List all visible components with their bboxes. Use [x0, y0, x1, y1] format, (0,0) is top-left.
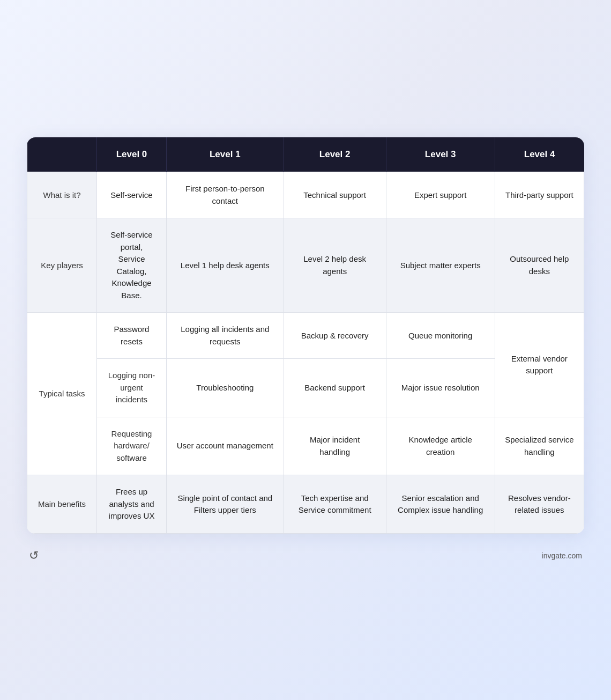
header-col-empty: [27, 137, 97, 172]
cell-benefits-level2: Tech expertise and Service commitment: [284, 475, 386, 534]
cell-typical2-level3: Major issue resolution: [386, 359, 495, 417]
cell-benefits-level3: Senior escalation and Complex issue hand…: [386, 475, 495, 534]
header-level1: Level 1: [167, 137, 284, 172]
header-level0: Level 0: [97, 137, 167, 172]
cell-typical1-level2: Backup & recovery: [284, 313, 386, 359]
cell-typical2-level0: Logging non-urgent incidents: [97, 359, 167, 417]
row-typical-1: Typical tasks Password resets Logging al…: [27, 313, 584, 359]
cell-typical1-level1: Logging all incidents and requests: [167, 313, 284, 359]
row-label-what: What is it?: [27, 172, 97, 218]
header-level2: Level 2: [284, 137, 386, 172]
cell-what-level2: Technical support: [284, 172, 386, 218]
cell-keyplayers-level0: Self-service portal, Service Catalog, Kn…: [97, 218, 167, 313]
cell-benefits-level4: Resolves vendor-related issues: [495, 475, 584, 534]
row-label-benefits: Main benefits: [27, 475, 97, 534]
header-level4: Level 4: [495, 137, 584, 172]
cell-typical3-level1: User account management: [167, 417, 284, 475]
cell-typical2-level2: Backend support: [284, 359, 386, 417]
cell-typical1-level3: Queue monitoring: [386, 313, 495, 359]
cell-typical3-level2: Major incident handling: [284, 417, 386, 475]
footer-url: invgate.com: [542, 551, 582, 560]
row-typical-3: Requesting hardware/ software User accou…: [27, 417, 584, 475]
cell-benefits-level0: Frees up analysts and improves UX: [97, 475, 167, 534]
cell-benefits-level1: Single point of contact and Filters uppe…: [167, 475, 284, 534]
row-key-players: Key players Self-service portal, Service…: [27, 218, 584, 313]
cell-typical1-level0: Password resets: [97, 313, 167, 359]
cell-keyplayers-level4: Outsourced help desks: [495, 218, 584, 313]
cell-what-level3: Expert support: [386, 172, 495, 218]
page-footer: ↺ invgate.com: [27, 549, 584, 563]
main-table-wrapper: Level 0 Level 1 Level 2 Level 3 Level 4 …: [27, 137, 584, 534]
cell-what-level4: Third-party support: [495, 172, 584, 218]
cell-typical2-level1: Troubleshooting: [167, 359, 284, 417]
cell-typical-level4-external: External vendor support: [495, 313, 584, 417]
cell-keyplayers-level3: Subject matter experts: [386, 218, 495, 313]
cell-keyplayers-level2: Level 2 help desk agents: [284, 218, 386, 313]
cell-typical3-level4-specialized: Specialized service handling: [495, 417, 584, 475]
row-label-typical: Typical tasks: [27, 313, 97, 475]
row-main-benefits: Main benefits Frees up analysts and impr…: [27, 475, 584, 534]
cell-typical3-level0: Requesting hardware/ software: [97, 417, 167, 475]
cell-what-level0: Self-service: [97, 172, 167, 218]
row-what-is-it: What is it? Self-service First person-to…: [27, 172, 584, 218]
header-level3: Level 3: [386, 137, 495, 172]
row-label-keyplayers: Key players: [27, 218, 97, 313]
support-levels-table: Level 0 Level 1 Level 2 Level 3 Level 4 …: [27, 137, 584, 534]
cell-typical3-level3: Knowledge article creation: [386, 417, 495, 475]
cell-keyplayers-level1: Level 1 help desk agents: [167, 218, 284, 313]
logo-icon: ↺: [29, 549, 39, 563]
cell-what-level1: First person-to-person contact: [167, 172, 284, 218]
